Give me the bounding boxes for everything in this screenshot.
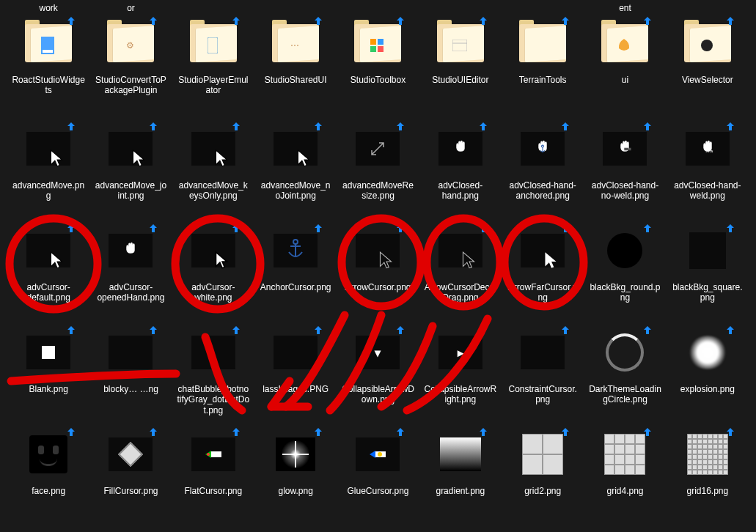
- row4-thumb: [598, 325, 652, 380]
- sync-badge-icon: [477, 222, 489, 234]
- folders-item[interactable]: StudioUIEditor: [421, 13, 500, 116]
- row5-thumb: [186, 427, 241, 481]
- item-label: blackBkg_square.png: [671, 282, 744, 303]
- sync-badge-icon: [394, 426, 406, 437]
- row3-item[interactable]: blackBkg_round.png: [585, 221, 664, 319]
- truncated-label: [668, 0, 747, 15]
- row2-item[interactable]: JOIN advClosed-hand-weld.png: [668, 119, 747, 218]
- item-label: work: [39, 3, 57, 13]
- row5-item[interactable]: grid16.png: [668, 424, 747, 523]
- row5-item[interactable]: grid2.png: [503, 424, 582, 523]
- row5-item[interactable]: grid4.png: [585, 424, 664, 523]
- item-label: or: [127, 3, 135, 13]
- svg-rect-2: [208, 37, 218, 53]
- row2-thumb: [515, 122, 570, 176]
- item-label: gradient.png: [436, 486, 485, 496]
- row2-item[interactable]: advancedMove.png: [9, 119, 88, 218]
- item-label: StudioToolbox: [351, 75, 405, 85]
- item-label: ArrowCursorDecalDrag.png: [424, 282, 497, 303]
- row3-item[interactable]: AnchorCursor.png: [256, 221, 335, 319]
- sync-badge-icon: [394, 324, 406, 336]
- folder-icon: [601, 24, 648, 62]
- folders-item[interactable]: RoactStudioWidgets: [9, 13, 88, 116]
- chevron-right-icon: ▸: [458, 346, 463, 360]
- chevron-down-icon: ▾: [375, 346, 381, 360]
- row4-item[interactable]: Blank.png: [9, 322, 88, 421]
- folders-item[interactable]: StudioToolbox: [338, 13, 417, 116]
- row2-item[interactable]: advClosed-hand-anchored.png: [503, 119, 582, 218]
- row4-item[interactable]: chatBubble_botnotifyGray_dotDotDot.png: [174, 322, 253, 421]
- item-label: ui: [622, 75, 628, 85]
- row3-item[interactable]: ArrowCursor.png: [338, 221, 417, 319]
- row5-thumb: [21, 427, 76, 481]
- sync-badge-icon: [65, 120, 77, 132]
- row5-item[interactable]: gradient.png: [421, 424, 500, 523]
- item-label: advClosed-hand-anchored.png: [506, 180, 579, 202]
- row3-item[interactable]: advCursor-openedHand.png: [91, 221, 170, 319]
- folders-item[interactable]: TerrainTools: [503, 13, 582, 116]
- folder-icon: [437, 24, 484, 62]
- folders-item[interactable]: ViewSelector: [668, 13, 747, 116]
- face-icon: [29, 435, 67, 473]
- item-label: Blank.png: [29, 384, 67, 394]
- row2-item[interactable]: advancedMove_joint.png: [91, 119, 170, 218]
- sync-badge-icon: [65, 426, 77, 437]
- row4-item[interactable]: blocky… …ng: [91, 322, 170, 421]
- folders-item[interactable]: ⚙ StudioConvertToPackagePlugin: [91, 13, 170, 116]
- row4-item[interactable]: ConstraintCursor.png: [503, 322, 582, 421]
- item-label: StudioUIEditor: [432, 75, 488, 85]
- sync-badge-icon: [559, 120, 571, 132]
- row4-item[interactable]: DarkThemeLoadingCircle.png: [585, 322, 664, 421]
- row4-item[interactable]: lassImages.PNG: [256, 322, 335, 421]
- folder-icon: ⋯: [272, 24, 319, 62]
- row4-item[interactable]: explosion.png: [668, 322, 747, 421]
- svg-rect-11: [629, 147, 631, 150]
- row2-item[interactable]: advClosed-hand-no-weld.png: [585, 119, 664, 218]
- row3-thumb: [515, 223, 570, 278]
- folders-item[interactable]: StudioPlayerEmulator: [174, 13, 253, 116]
- folders-item[interactable]: ⋯ StudioSharedUI: [256, 13, 335, 116]
- row3-item[interactable]: advCursor-default.png: [9, 221, 88, 319]
- row2-item[interactable]: advancedMoveResize.png: [338, 119, 417, 218]
- row5-item[interactable]: GlueCursor.png: [338, 424, 417, 523]
- row3-item[interactable]: advCursor-white.png: [174, 221, 253, 319]
- row2-item[interactable]: advancedMove_keysOnly.png: [174, 119, 253, 218]
- item-label: grid4.png: [606, 486, 643, 496]
- row4-item[interactable]: ▸ CollapsibleArrowRight.png: [421, 322, 500, 421]
- sync-badge-icon: [724, 222, 736, 234]
- row5-item[interactable]: face.png: [9, 424, 88, 523]
- row5-item[interactable]: FlatCursor.png: [174, 424, 253, 523]
- sync-badge-icon: [477, 120, 489, 132]
- row2-thumb: [21, 122, 76, 176]
- item-label: CollapsibleArrowRight.png: [424, 384, 497, 405]
- svg-rect-4: [378, 39, 383, 45]
- item-label: ent: [619, 3, 631, 13]
- svg-point-19: [378, 452, 382, 457]
- row2-thumb: [103, 122, 158, 176]
- truncated-label: [503, 0, 582, 15]
- row3-item[interactable]: ArrowFarCursor.png: [503, 221, 582, 319]
- sync-badge-icon: [477, 426, 489, 437]
- row4-thumb: [186, 325, 241, 380]
- folders-thumb: ⚙: [103, 16, 158, 70]
- sync-badge-icon: [147, 324, 159, 336]
- folders-item[interactable]: ui: [585, 13, 664, 116]
- folder-icon: ⚙: [107, 24, 154, 62]
- folders-thumb: [351, 16, 405, 70]
- item-label: advClosed-hand-no-weld.png: [588, 180, 661, 202]
- row2-item[interactable]: advClosed-hand.png: [421, 119, 500, 218]
- item-label: advClosed-hand-weld.png: [671, 180, 744, 202]
- row5-item[interactable]: glow.png: [256, 424, 335, 523]
- row5-thumb: [268, 427, 323, 481]
- row3-item[interactable]: ArrowCursorDecalDrag.png: [421, 221, 500, 319]
- sync-badge-icon: [230, 324, 242, 336]
- row4-item[interactable]: ▾ CollapsibleArrowDown.png: [338, 322, 417, 421]
- row4-thumb: ▸: [433, 325, 488, 380]
- item-label: advancedMove_keysOnly.png: [177, 180, 250, 202]
- row2-item[interactable]: advancedMove_noJoint.png: [256, 119, 335, 218]
- row3-item[interactable]: blackBkg_square.png: [668, 221, 747, 319]
- row5-item[interactable]: FillCursor.png: [91, 424, 170, 523]
- row5-thumb: [680, 427, 735, 481]
- hand-cursor-icon: [617, 140, 632, 158]
- row2-thumb: [598, 122, 652, 176]
